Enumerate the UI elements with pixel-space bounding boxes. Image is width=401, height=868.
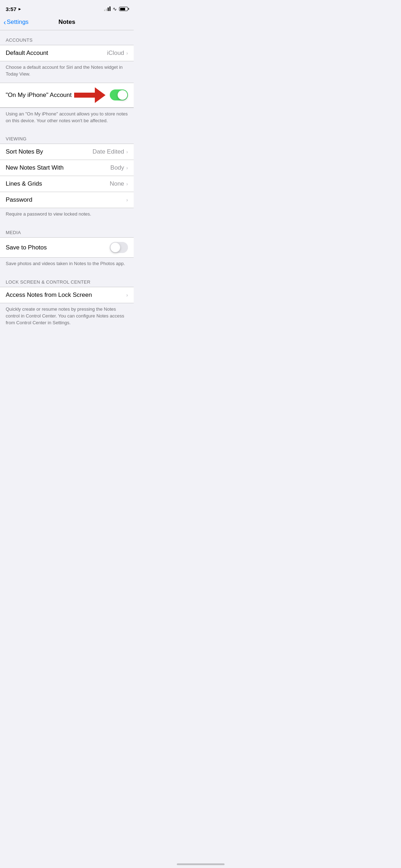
default-account-value: iCloud › [107, 50, 128, 57]
new-notes-label: New Notes Start With [6, 164, 64, 171]
new-notes-row[interactable]: New Notes Start With Body › [0, 160, 134, 176]
page-title: Notes [58, 19, 75, 26]
viewing-group: Sort Notes By Date Edited › New Notes St… [0, 144, 134, 208]
chevron-right-icon: › [126, 181, 128, 187]
signal-bar-4 [109, 6, 110, 11]
save-to-photos-row[interactable]: Save to Photos [0, 238, 134, 257]
on-my-iphone-label: "On My iPhone" Account [6, 92, 72, 99]
lock-screen-description: Quickly create or resume notes by pressi… [0, 303, 134, 341]
back-label: Settings [7, 19, 29, 26]
access-notes-row[interactable]: Access Notes from Lock Screen › [0, 287, 134, 303]
chevron-right-icon: › [126, 165, 128, 171]
on-my-iphone-toggle[interactable] [110, 89, 128, 100]
accounts-group: Default Account iCloud › [0, 45, 134, 61]
default-account-label: Default Account [6, 50, 48, 57]
battery-icon [119, 7, 128, 11]
time-display: 3:57 [6, 6, 16, 12]
new-notes-value: Body › [110, 164, 128, 171]
sort-notes-label: Sort Notes By [6, 148, 43, 155]
location-icon: ► [18, 7, 22, 11]
sort-notes-row[interactable]: Sort Notes By Date Edited › [0, 144, 134, 160]
section-header-accounts: ACCOUNTS [0, 30, 134, 45]
chevron-right-icon: › [126, 149, 128, 155]
status-bar: 3:57 ► ∿ [0, 0, 134, 16]
default-account-row[interactable]: Default Account iCloud › [0, 45, 134, 61]
media-description: Save photos and videos taken in Notes to… [0, 258, 134, 272]
signal-bars [104, 7, 110, 11]
status-icons: ∿ [104, 6, 128, 12]
viewing-description: Require a password to view locked notes. [0, 208, 134, 223]
lines-grids-label: Lines & Grids [6, 180, 42, 187]
sort-notes-value: Date Edited › [92, 148, 128, 155]
media-group: Save to Photos [0, 237, 134, 258]
signal-bar-2 [106, 9, 107, 11]
chevron-right-icon: › [126, 50, 128, 56]
nav-header: ‹ Settings Notes [0, 16, 134, 30]
chevron-right-icon: › [126, 197, 128, 203]
red-arrow-annotation [74, 87, 106, 103]
signal-bar-3 [108, 7, 109, 11]
save-to-photos-toggle[interactable] [110, 242, 128, 253]
signal-bar-1 [104, 10, 105, 11]
accounts-description: Choose a default account for Siri and th… [0, 61, 134, 83]
lines-grids-row[interactable]: Lines & Grids None › [0, 176, 134, 192]
lock-screen-group: Access Notes from Lock Screen › [0, 287, 134, 303]
wifi-icon: ∿ [113, 6, 117, 12]
section-header-media: MEDIA [0, 223, 134, 237]
on-my-iphone-row[interactable]: "On My iPhone" Account [0, 83, 134, 108]
password-value: › [126, 197, 128, 203]
content: ACCOUNTS Default Account iCloud › Choose… [0, 30, 134, 341]
access-notes-label: Access Notes from Lock Screen [6, 291, 92, 299]
on-my-iphone-description: Using an "On My iPhone" account allows y… [0, 108, 134, 129]
on-my-iphone-group: "On My iPhone" Account [0, 83, 134, 108]
access-notes-value: › [126, 292, 128, 298]
chevron-right-icon: › [126, 292, 128, 298]
password-label: Password [6, 196, 32, 203]
password-row[interactable]: Password › [0, 192, 134, 208]
status-time: 3:57 ► [6, 6, 22, 12]
section-header-viewing: VIEWING [0, 129, 134, 144]
lines-grids-value: None › [110, 180, 128, 187]
section-header-lock-screen: LOCK SCREEN & CONTROL CENTER [0, 272, 134, 287]
back-chevron-icon: ‹ [4, 19, 6, 26]
save-to-photos-label: Save to Photos [6, 244, 47, 251]
back-button[interactable]: ‹ Settings [4, 19, 29, 26]
